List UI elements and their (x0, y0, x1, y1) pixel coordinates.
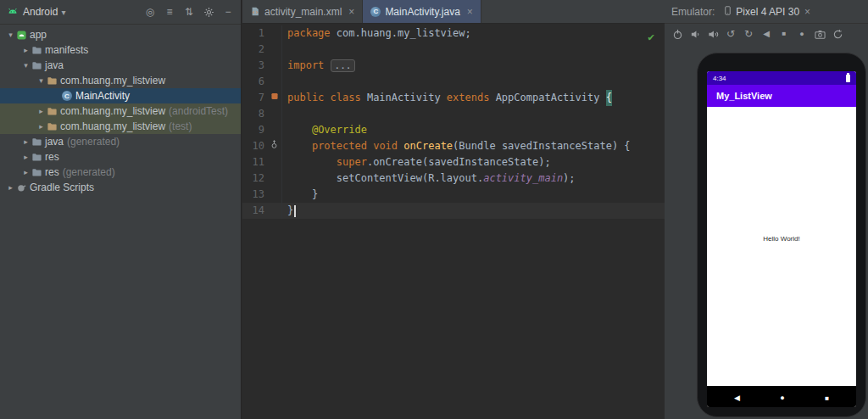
tab-mainactivity-java[interactable]: C MainActivity.java × (363, 0, 481, 23)
volume-up-icon[interactable] (707, 29, 719, 40)
tree-item-mainactivity[interactable]: CMainActivity (0, 88, 241, 103)
tree-item-gradle-scripts[interactable]: ▸Gradle Scripts (0, 180, 241, 195)
tree-item-java[interactable]: ▾java (0, 58, 241, 73)
chevron-right-icon[interactable]: ▸ (20, 46, 31, 54)
code-editor[interactable]: 1package com.huang.my_listview;23import … (242, 24, 665, 419)
close-icon[interactable]: × (804, 6, 810, 18)
chevron-right-icon[interactable]: ▸ (20, 168, 31, 176)
phone-icon (723, 5, 732, 19)
inspections-status-icon[interactable]: ✔ (648, 29, 654, 46)
line-number: 3 (242, 58, 267, 74)
line-number: 14 (242, 203, 267, 219)
editor-area: activity_main.xml × C MainActivity.java … (242, 0, 665, 419)
tree-item-res-generated[interactable]: ▸res(generated) (0, 165, 241, 180)
code-text: import ... (281, 58, 665, 74)
code-text: protected void onCreate(Bundle savedInst… (281, 138, 665, 154)
snapshot-icon[interactable] (832, 29, 843, 40)
tree-item-app[interactable]: ▾app (0, 27, 241, 42)
code-text (281, 74, 665, 90)
line-number: 6 (242, 74, 267, 90)
tree-item-suffix: (test) (169, 120, 192, 132)
code-line-9[interactable]: 9 @Override (242, 122, 665, 138)
folder-icon (31, 137, 45, 148)
package-icon (47, 75, 60, 87)
package-icon (47, 121, 60, 132)
hello-world-text: Hello World! (707, 235, 856, 243)
code-line-6[interactable]: 6 (242, 74, 665, 90)
chevron-down-icon: ▾ (61, 8, 65, 17)
chevron-right-icon[interactable]: ▸ (5, 183, 16, 192)
code-line-3[interactable]: 3import ... (242, 58, 665, 74)
emulator-tab-label: Pixel 4 API 30 (736, 6, 799, 18)
tree-item-com-huang-my-listview[interactable]: ▾com.huang.my_listview (0, 73, 241, 88)
back-nav-icon[interactable]: ◀ (734, 391, 740, 403)
tree-item-manifests[interactable]: ▸manifests (0, 42, 241, 58)
gutter (267, 138, 281, 154)
device-app-bar: My_ListView (707, 85, 856, 107)
code-text: super.onCreate(savedInstanceState); (281, 154, 665, 170)
xml-file-icon (250, 6, 260, 17)
line-number: 12 (242, 170, 267, 187)
rotate-left-icon[interactable]: ↺ (725, 29, 737, 39)
tree-item-label: Gradle Scripts (30, 182, 94, 193)
code-line-2[interactable]: 2 (242, 42, 665, 58)
device-status-bar: 4:34 (707, 71, 856, 85)
back-icon[interactable]: ◀ (760, 30, 772, 38)
chevron-right-icon[interactable]: ▸ (36, 107, 47, 115)
device-content[interactable]: Hello World! (707, 107, 856, 386)
tree-item-com-huang-my-listview-androidtest[interactable]: ▸com.huang.my_listview(androidTest) (0, 103, 241, 119)
chevron-right-icon[interactable]: ▸ (20, 153, 31, 161)
code-lines: 1package com.huang.my_listview;23import … (242, 25, 665, 219)
project-panel: Android ▾ ◎≡⇅− ▾app▸manifests▾java▾com.h… (0, 0, 242, 419)
tree-item-com-huang-my-listview-test[interactable]: ▸com.huang.my_listview(test) (0, 119, 241, 134)
code-line-10[interactable]: 10 protected void onCreate(Bundle savedI… (242, 138, 665, 154)
close-icon[interactable]: × (467, 6, 473, 18)
code-text: } (281, 203, 665, 219)
code-line-8[interactable]: 8 (242, 106, 665, 122)
tab-activity-main-xml[interactable]: activity_main.xml × (242, 0, 363, 23)
gear-icon[interactable] (203, 7, 214, 18)
chevron-down-icon[interactable]: ▾ (36, 76, 47, 85)
tab-label: MainActivity.java (385, 6, 459, 18)
emulator-tab-pixel-4-api-30[interactable]: Pixel 4 API 30 × (720, 0, 814, 23)
code-line-13[interactable]: 13 } (242, 187, 665, 203)
device-clock: 4:34 (713, 75, 726, 82)
android-app-icon (16, 30, 30, 41)
override-marker-icon[interactable] (270, 138, 279, 154)
code-line-14[interactable]: 14} (242, 203, 665, 219)
chevron-down-icon[interactable]: ▾ (20, 61, 31, 70)
chevron-right-icon[interactable]: ▸ (36, 122, 47, 131)
power-icon[interactable] (671, 29, 683, 40)
chevron-down-icon[interactable]: ▾ (5, 31, 16, 39)
code-text: public class MainActivity extends AppCom… (281, 90, 665, 106)
editor-tab-bar: activity_main.xml × C MainActivity.java … (242, 0, 665, 24)
locate-icon[interactable]: ◎ (144, 7, 156, 17)
project-panel-header: Android ▾ ◎≡⇅− (0, 0, 241, 25)
tree-item-res[interactable]: ▸res (0, 149, 241, 165)
emulator-screen[interactable]: 4:34 My_ListView Hello World! ◀●■ (707, 71, 856, 407)
tree-item-label: com.huang.my_listview (60, 120, 165, 132)
class-marker-icon[interactable] (270, 90, 279, 106)
tree-item-suffix: (generated) (67, 136, 120, 148)
project-view-selector[interactable]: Android ▾ (23, 6, 65, 18)
code-line-11[interactable]: 11 super.onCreate(savedInstanceState); (242, 154, 665, 170)
volume-down-icon[interactable] (689, 29, 701, 40)
project-view-title: Android (23, 6, 58, 18)
code-line-7[interactable]: 7public class MainActivity extends AppCo… (242, 90, 665, 106)
code-line-12[interactable]: 12 setContentView(R.layout.activity_main… (242, 170, 665, 187)
emulator-toolbar: ↺↻◀■● (665, 24, 868, 44)
home-nav-icon[interactable]: ● (780, 391, 784, 403)
home-icon[interactable]: ● (796, 31, 808, 38)
chevron-right-icon[interactable]: ▸ (20, 137, 31, 146)
hide-icon[interactable]: − (222, 7, 234, 17)
close-icon[interactable]: × (348, 6, 354, 18)
sort-icon[interactable]: ⇅ (183, 7, 195, 17)
overview-icon[interactable]: ■ (778, 31, 790, 37)
tree-item-java-generated[interactable]: ▸java(generated) (0, 134, 241, 149)
code-line-1[interactable]: 1package com.huang.my_listview; (242, 25, 665, 42)
recents-nav-icon[interactable]: ■ (825, 391, 829, 403)
android-logo-icon (7, 5, 19, 20)
collapse-all-icon[interactable]: ≡ (164, 7, 175, 17)
rotate-right-icon[interactable]: ↻ (743, 29, 754, 39)
camera-icon[interactable] (814, 29, 826, 40)
